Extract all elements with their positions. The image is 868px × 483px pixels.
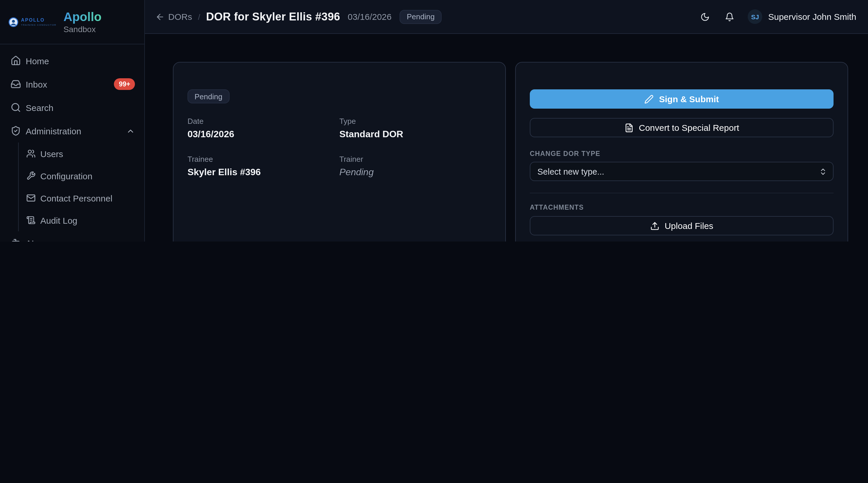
sidebar-item-configuration[interactable]: Configuration <box>19 165 144 187</box>
pen-icon <box>645 94 654 104</box>
scroll-text-icon <box>26 216 36 225</box>
sidebar-item-label: Users <box>40 149 63 159</box>
sidebar-item-label: Configuration <box>40 171 92 181</box>
sidebar-item-label: Contact Personnel <box>40 193 113 203</box>
change-dor-type-label: CHANGE DOR TYPE <box>530 150 834 157</box>
file-text-icon <box>624 123 633 132</box>
sidebar-item-label: Search <box>26 102 54 112</box>
field-label: Trainee <box>187 155 339 164</box>
bell-icon <box>725 12 734 21</box>
upload-files-label: Upload Files <box>665 221 713 231</box>
field-value: Skyler Ellis #396 <box>187 167 339 178</box>
field-value: Standard DOR <box>339 129 491 139</box>
dor-fields: Date 03/16/2026 Type Standard DOR Traine… <box>187 117 491 178</box>
user-name: Supervisor John Smith <box>768 12 856 22</box>
wrench-icon <box>26 171 36 181</box>
field-value: Pending <box>339 167 491 178</box>
avatar[interactable]: SJ <box>748 9 762 24</box>
sidebar: APOLLO TRAINING CONDUCTOR Apollo Sandbox… <box>0 0 145 242</box>
actions-divider <box>530 193 834 193</box>
attachments-label: ATTACHMENTS <box>530 204 834 211</box>
apollo-logo-icon <box>8 17 19 27</box>
bot-icon <box>10 238 21 242</box>
field-value: 03/16/2026 <box>187 129 339 139</box>
field-trainer: Trainer Pending <box>339 155 491 178</box>
upload-files-button[interactable]: Upload Files <box>530 216 834 235</box>
users-icon <box>26 149 36 158</box>
field-label: Type <box>339 117 491 126</box>
administration-submenu: Users Configuration Contact Personnel Au… <box>18 142 144 231</box>
page-title: DOR for Skyler Ellis #396 <box>206 10 340 23</box>
field-label: Date <box>187 117 339 126</box>
theme-toggle-button[interactable] <box>696 8 714 25</box>
dor-type-select-value: Select new type... <box>537 167 604 176</box>
dor-actions-card: Sign & Submit Convert to Special Report … <box>515 62 848 242</box>
sidebar-item-label: Administration <box>26 126 81 136</box>
top-bar-right: SJ Supervisor John Smith <box>696 8 856 25</box>
logo-tagline: TRAINING CONDUCTOR <box>21 24 56 26</box>
chevrons-up-down-icon <box>819 167 827 175</box>
home-icon <box>10 56 21 66</box>
moon-icon <box>700 12 710 21</box>
field-label: Trainer <box>339 155 491 164</box>
apollo-logo-mark: APOLLO TRAINING CONDUCTOR <box>8 17 56 27</box>
breadcrumb-separator: / <box>198 12 200 21</box>
inbox-icon <box>10 79 21 89</box>
sidebar-item-search[interactable]: Search <box>0 96 144 119</box>
sidebar-item-label: AI <box>26 238 34 242</box>
inbox-count-badge: 99+ <box>114 78 135 90</box>
sidebar-item-label: Audit Log <box>40 215 78 225</box>
logo-wordmark: APOLLO <box>21 18 56 23</box>
sidebar-item-home[interactable]: Home <box>0 49 144 72</box>
dor-status-badge: Pending <box>187 89 229 103</box>
brand-name: Apollo <box>63 10 102 24</box>
convert-special-report-button[interactable]: Convert to Special Report <box>530 118 834 137</box>
sidebar-item-users[interactable]: Users <box>19 142 144 165</box>
breadcrumb-dors[interactable]: DORs <box>168 12 192 22</box>
sidebar-nav: Home Inbox 99+ Search Administration Use… <box>0 44 144 242</box>
dor-details-card: Pending Date 03/16/2026 Type Standard DO… <box>173 62 506 242</box>
chevron-down-icon <box>126 238 135 242</box>
page-content: Pending Date 03/16/2026 Type Standard DO… <box>145 34 868 242</box>
top-bar: DORs / DOR for Skyler Ellis #396 03/16/2… <box>145 0 868 34</box>
main-area: DORs / DOR for Skyler Ellis #396 03/16/2… <box>145 0 868 242</box>
sign-submit-label: Sign & Submit <box>659 94 719 104</box>
page-date: 03/16/2026 <box>348 12 392 22</box>
sidebar-item-administration[interactable]: Administration <box>0 119 144 142</box>
chevron-up-icon <box>126 126 135 135</box>
upload-icon <box>650 221 659 230</box>
sidebar-item-audit-log[interactable]: Audit Log <box>19 209 144 231</box>
environment-label: Sandbox <box>63 25 102 34</box>
sign-submit-button[interactable]: Sign & Submit <box>530 89 834 109</box>
sidebar-item-inbox[interactable]: Inbox 99+ <box>0 72 144 96</box>
shield-check-icon <box>10 126 21 136</box>
sidebar-item-contact-personnel[interactable]: Contact Personnel <box>19 187 144 209</box>
field-type: Type Standard DOR <box>339 117 491 139</box>
app-window: APOLLO TRAINING CONDUCTOR Apollo Sandbox… <box>0 0 868 242</box>
mail-icon <box>26 193 36 203</box>
sidebar-item-ai[interactable]: AI <box>0 231 144 242</box>
sidebar-item-label: Inbox <box>26 79 47 89</box>
search-icon <box>10 102 21 113</box>
app-logo: APOLLO TRAINING CONDUCTOR Apollo Sandbox <box>0 0 144 44</box>
arrow-left-icon <box>155 12 165 21</box>
field-trainee: Trainee Skyler Ellis #396 <box>187 155 339 178</box>
status-badge: Pending <box>400 10 442 24</box>
convert-label: Convert to Special Report <box>639 123 739 133</box>
field-date: Date 03/16/2026 <box>187 117 339 139</box>
notifications-button[interactable] <box>721 8 738 25</box>
sidebar-item-label: Home <box>26 56 49 66</box>
dor-type-select[interactable]: Select new type... <box>530 162 834 181</box>
back-button[interactable] <box>155 12 165 21</box>
